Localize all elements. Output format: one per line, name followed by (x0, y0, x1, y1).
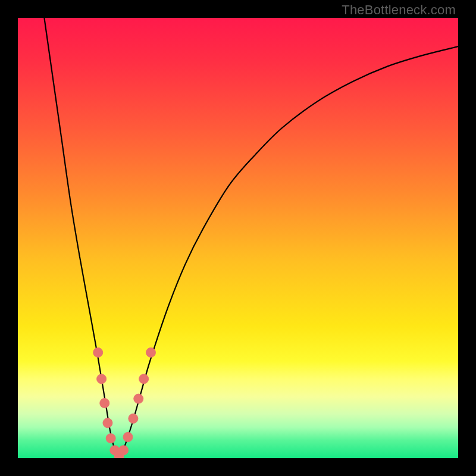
plot-area (18, 18, 458, 458)
data-marker (146, 347, 155, 357)
data-marker (129, 414, 138, 423)
data-marker (134, 394, 143, 403)
data-marker (93, 347, 103, 357)
chart-frame: TheBottleneck.com (0, 0, 476, 476)
data-marker (106, 434, 115, 443)
data-marker (97, 374, 107, 384)
gradient-background (18, 18, 458, 458)
data-marker (123, 432, 133, 441)
data-marker (139, 374, 149, 384)
data-marker (100, 399, 109, 408)
data-marker (119, 446, 129, 455)
chart-svg (18, 18, 458, 458)
data-marker (103, 418, 112, 428)
watermark-text: TheBottleneck.com (342, 2, 456, 18)
